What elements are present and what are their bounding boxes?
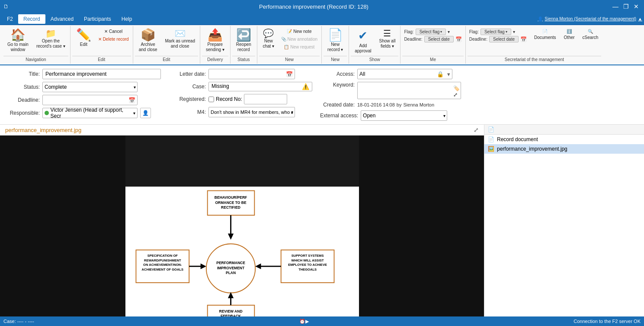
- deadline-label: Deadline:: [404, 37, 422, 42]
- prepare-sending-button[interactable]: 📤 Preparesending ▾: [202, 28, 228, 54]
- sec-flag-extra[interactable]: ▾: [513, 29, 515, 34]
- connection-status: Connection to the F2 server OK: [574, 319, 641, 324]
- new-annotation-button[interactable]: 📎 New annotation: [279, 36, 320, 43]
- new-chat-button[interactable]: 💬 Newchat ▾: [259, 28, 278, 50]
- minimize-button[interactable]: —: [611, 2, 620, 11]
- title-bar-controls: — ❐ ✕: [611, 2, 641, 11]
- ribbon-group-new: 💬 Newchat ▾ 📝 New note 📎 New annotation …: [257, 26, 322, 64]
- access-input[interactable]: [358, 70, 435, 78]
- archive-label: Edit: [135, 56, 198, 63]
- select-flag-button[interactable]: Select flag ▾: [416, 29, 446, 35]
- expand-icon[interactable]: ⤢: [474, 126, 479, 133]
- ribbon-group-navigation: 🏠 Go to mainwindow 📁 Open therecord's ca…: [2, 26, 70, 64]
- keyword-expand-icon[interactable]: ⤢: [453, 92, 460, 98]
- csearch-button[interactable]: 🔍 cSearch: [580, 28, 602, 42]
- new-request-button[interactable]: 📋 New request: [279, 43, 320, 51]
- restore-button[interactable]: ❐: [622, 2, 630, 11]
- mark-unread-label: Mark as unreadand close: [165, 39, 195, 49]
- sec-select-flag-button[interactable]: Select flag ▾: [481, 29, 511, 35]
- sec-select-flag-text: Select flag: [484, 29, 505, 34]
- case-input[interactable]: Missing ⚠️: [208, 82, 312, 91]
- secretariat-doc-buttons: 📄 Documents ℹ️ Other 🔍 cSearch: [531, 28, 601, 52]
- documents-button[interactable]: 📄 Documents: [531, 28, 559, 42]
- deadline-calendar-icon[interactable]: 📅: [127, 97, 137, 103]
- external-access-select[interactable]: Open: [361, 110, 447, 121]
- svg-text:SPECIFICATION OF: SPECIFICATION OF: [147, 254, 178, 258]
- access-label: Access:: [320, 71, 355, 77]
- sec-calendar-icon[interactable]: 📅: [520, 36, 527, 42]
- status-select-wrapper: Complete ▾: [42, 82, 138, 92]
- archive-close-button[interactable]: 📦 Archiveand close: [135, 28, 161, 54]
- ribbon-status-buttons: ↩️ Reopenrecord: [232, 27, 255, 55]
- flag-dropdown-extra[interactable]: ▾: [448, 29, 450, 34]
- new-record-button[interactable]: 📄 Newrecord ▾: [324, 28, 347, 54]
- responsible-lookup-button[interactable]: 👤: [140, 108, 151, 118]
- menu-record[interactable]: Record: [18, 14, 45, 24]
- other-button[interactable]: ℹ️ Other: [561, 28, 578, 42]
- performance-improvement-item[interactable]: 🖼️ performance_improvement.jpg: [484, 144, 644, 154]
- menu-f2[interactable]: F2: [2, 14, 18, 24]
- registered-label: Registered:: [171, 96, 206, 102]
- access-dropdown-icon[interactable]: ▾: [445, 71, 452, 77]
- menu-participants[interactable]: Participants: [79, 14, 116, 24]
- new-note-button[interactable]: 📝 New note: [279, 28, 320, 35]
- access-row: Access: 🔒 ▾: [320, 69, 639, 79]
- menu-advanced[interactable]: Advanced: [45, 14, 79, 24]
- letter-date-input[interactable]: [209, 70, 284, 78]
- csearch-label: cSearch: [583, 35, 599, 40]
- letter-date-wrapper: 📅: [208, 69, 295, 79]
- title-input[interactable]: [42, 69, 161, 79]
- open-record-button[interactable]: 📁 Open therecord's case ▾: [33, 28, 68, 50]
- arrow-right-head: [255, 264, 261, 269]
- registered-checkbox[interactable]: [208, 97, 214, 102]
- svg-text:PLAN: PLAN: [226, 271, 236, 275]
- send-icon: 📤: [208, 29, 223, 41]
- m4-select[interactable]: Don't show in MR4 for members, who are r…: [208, 107, 295, 117]
- new-chat-label: Newchat ▾: [263, 39, 274, 49]
- right-panel: 📄 📄 Record document 🖼️ performance_impro…: [484, 125, 644, 326]
- record-no-input[interactable]: [244, 94, 287, 104]
- calendar-icon[interactable]: 📅: [455, 36, 462, 42]
- main-container: performance_improvement.jpg ⤢ BEHAVIOUR/…: [0, 125, 644, 326]
- reopen-record-button[interactable]: ↩️ Reopenrecord: [232, 28, 255, 54]
- annotation-icon: 📎 New annotation: [281, 37, 317, 42]
- responsible-label: Responsible:: [5, 110, 40, 116]
- ribbon-secretariat-buttons: Flag: Select flag ▾ ▾ Deadline: Select d…: [468, 27, 602, 55]
- select-date-button[interactable]: Select date: [424, 36, 454, 42]
- letter-date-calendar-icon[interactable]: 📅: [284, 71, 295, 77]
- form-mid-column: Letter date: 📅 Case: Missing ⚠️ Register…: [171, 69, 310, 121]
- doc-filename: performance_improvement.jpg: [5, 127, 81, 133]
- keyword-input[interactable]: 🏷️ ⤢: [357, 82, 461, 99]
- ribbon-new-buttons: 💬 Newchat ▾ 📝 New note 📎 New annotation …: [259, 27, 320, 55]
- keyword-icons: 🏷️ ⤢: [453, 85, 460, 98]
- keyword-tag-icon[interactable]: 🏷️: [453, 85, 460, 91]
- svg-text:SUPPORT SYSTEMS: SUPPORT SYSTEMS: [292, 254, 324, 258]
- go-to-main-button[interactable]: 🏠 Go to mainwindow: [3, 28, 32, 54]
- letter-date-row: Letter date: 📅: [171, 69, 310, 79]
- status-label: Status:: [5, 84, 40, 90]
- status-select[interactable]: Complete: [42, 82, 138, 92]
- record-document-item[interactable]: 📄 Record document: [484, 135, 644, 144]
- responsible-input[interactable]: Victor Jensen (Head of support, Secr ▾: [42, 108, 138, 118]
- request-icon: 📋 New request: [284, 45, 314, 49]
- created-by-name: Sienna Morton: [403, 102, 434, 107]
- show-all-fields-label: Show allfields ▾: [379, 39, 396, 49]
- me-label: Me: [402, 56, 463, 63]
- edit-button[interactable]: ✏️ Edit: [72, 28, 95, 48]
- add-approval-button[interactable]: ✔ Addapproval: [351, 28, 375, 55]
- cancel-button[interactable]: ✕ Cancel: [96, 28, 131, 35]
- show-all-fields-button[interactable]: ☰ Show allfields ▾: [376, 28, 399, 50]
- user-name: Sienna Morton (Secretariat of the manage…: [545, 16, 636, 21]
- close-button[interactable]: ✕: [632, 2, 641, 11]
- new-record-label: Newrecord ▾: [327, 42, 343, 52]
- delete-record-button[interactable]: ✕ Delete record: [96, 36, 131, 43]
- sec-select-date-button[interactable]: Select date: [489, 36, 519, 42]
- flag-label: Flag:: [404, 29, 413, 34]
- mark-unread-button[interactable]: ✉️ Mark as unreadand close: [162, 28, 198, 50]
- menu-help[interactable]: Help: [116, 14, 138, 24]
- deadline-input[interactable]: [43, 96, 127, 104]
- access-lock-icon[interactable]: 🔒: [435, 71, 445, 77]
- user-menu[interactable]: 👤 Sienna Morton (Secretariat of the mana…: [538, 16, 642, 21]
- menu-bar: F2 Record Advanced Participants Help 👤 S…: [0, 13, 644, 25]
- pencil-icon: ✏️: [76, 29, 91, 41]
